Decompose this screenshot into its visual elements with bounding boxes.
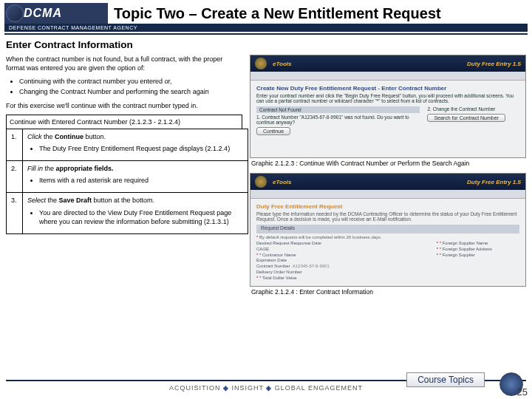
ss1-heading: Create New Duty Free Entitlement Request… (256, 85, 519, 92)
step-number: 3. (7, 193, 23, 233)
ss-nav (250, 72, 525, 81)
ss2-section: Request Details (256, 225, 519, 233)
screenshot-1: eTools Duty Free Entry 1.5 Create New Du… (250, 55, 526, 158)
logo-globe-icon (6, 4, 24, 22)
right-column: eTools Duty Free Entry 1.5 Create New Du… (250, 55, 526, 301)
step-number: 1. (7, 129, 23, 160)
search-contract-button[interactable]: Search for Contract Number (427, 114, 505, 122)
ss2-desc: Please type the information needed by th… (256, 211, 519, 222)
caption-1: Graphic 2.1.2.3 : Continue With Contract… (251, 160, 526, 167)
field-label: * * Total Dollar Value (256, 276, 349, 282)
ss-product: Duty Free Entry 1.5 (467, 61, 521, 67)
ss1-left-line: 1. Contract Number "A12345-67-8-9901" wa… (256, 115, 420, 125)
step-cell: Fill in the appropriate fields. Items wi… (23, 161, 248, 193)
field-label: Expiration Date (256, 258, 349, 264)
ss-nav (250, 190, 525, 199)
seal-icon (255, 58, 267, 69)
field-label: Contract Number A12345-67-8-9901 (256, 264, 349, 270)
ss2-note: * By default requests will be completed … (256, 235, 519, 239)
ss1-desc: Enter your contract number and click the… (256, 93, 519, 103)
field-label: Desired Request Response Date (256, 241, 349, 247)
intro-p2: For this exercise we'll continue with th… (6, 101, 242, 110)
intro-bullet: Changing the Contract Number and perform… (19, 87, 242, 96)
left-column: When the contract number is not found, b… (6, 55, 242, 301)
step-sub: The Duty Free Entry Entitlement Request … (39, 144, 243, 153)
seal-icon (255, 176, 267, 188)
continue-button[interactable]: Continue (256, 127, 290, 135)
intro-bullet: Continuing with the contract number you … (19, 77, 242, 86)
slide-footer: Course Topics ACQUISITION ◈ INSIGHT ◈ GL… (0, 380, 532, 399)
agency-bar: DEFENSE CONTRACT MANAGEMENT AGENCY (4, 24, 528, 32)
ss2-heading: Duty Free Entitlement Request (256, 203, 519, 210)
slide-header: DCMA Topic Two – Create a New Entitlemen… (0, 0, 532, 35)
footer-tagline: ACQUISITION ◈ INSIGHT ◈ GLOBAL ENGAGEMEN… (169, 384, 363, 392)
field-label: * * Foreign Supplier Address (437, 247, 519, 253)
step-cell: Click the Continue button. The Duty Free… (23, 129, 248, 160)
field-label: * * Foreign Supplier Name (437, 241, 519, 247)
page-title: Topic Two – Create a New Entitlement Req… (114, 5, 441, 24)
step-number: 2. (7, 161, 23, 193)
field-label: * * Foreign Supplier (437, 253, 519, 259)
ss-brand: eTools (273, 61, 291, 67)
step-sub: Items with a red asterisk are required (39, 176, 243, 185)
step-sub: You are directed to the View Duty Free E… (39, 208, 243, 226)
ss1-left-head: Contract Not Found (256, 106, 420, 113)
section-heading: Enter Contract Information (6, 39, 526, 50)
steps-header: Continue with Entered Contract Number (2… (6, 115, 242, 129)
step-cell: Select the Save Draft button at the bott… (23, 193, 248, 233)
field-label: * * Contractor Name (256, 253, 349, 259)
dcma-logo: DCMA (4, 3, 108, 24)
ss-product: Duty Free Entry 1.5 (467, 179, 521, 185)
screenshot-2: eTools Duty Free Entry 1.5 Duty Free Ent… (250, 173, 526, 287)
field-label: CAGE (256, 247, 349, 253)
field-label: Delivery Order Number (256, 270, 349, 276)
page-number: 25 (517, 386, 528, 398)
ss1-right-head: 2. Change the Contract Number (427, 106, 519, 112)
ss-brand: eTools (273, 179, 291, 185)
caption-2: Graphic 2.1.2.4 : Enter Contract Informa… (251, 288, 526, 296)
intro-p1: When the contract number is not found, b… (6, 55, 242, 72)
steps-table: 1. Click the Continue button. The Duty F… (6, 129, 248, 234)
course-topics-button[interactable]: Course Topics (406, 372, 485, 387)
